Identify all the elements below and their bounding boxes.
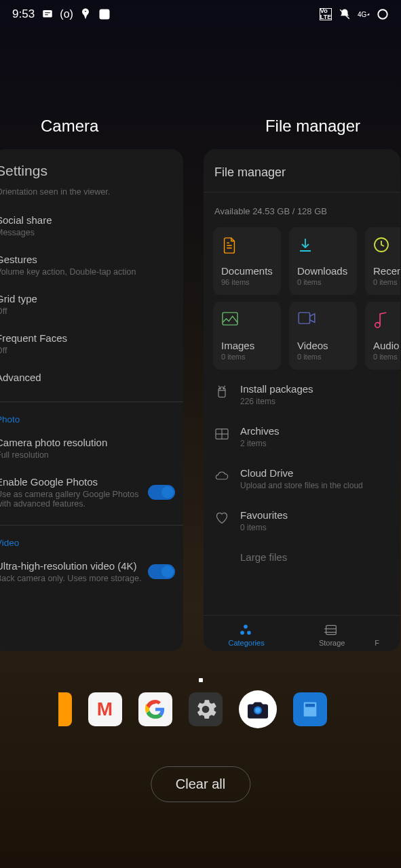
status-bar: 9:53 (o) VoLTE 4G	[0, 0, 401, 28]
fm-title: File manager	[204, 165, 400, 192]
svg-point-9	[223, 388, 224, 389]
setting-gestures[interactable]: Gestures Volume key action, Double-tap a…	[0, 245, 183, 285]
divider	[0, 401, 183, 402]
status-right: VoLTE 4G	[320, 8, 389, 20]
battery-icon	[377, 8, 389, 20]
video-icon	[297, 311, 315, 329]
svg-rect-16	[326, 625, 337, 634]
svg-point-20	[255, 708, 261, 713]
fm-storage-info: Available 24.53 GB / 128 GB	[204, 193, 400, 227]
fm-documents[interactable]: Documents 96 items	[213, 227, 281, 295]
image-icon	[221, 311, 239, 329]
document-icon	[221, 237, 239, 254]
clock-icon	[373, 237, 391, 254]
setting-uhd-video[interactable]: Ultra-high-resolution video (4K) Back ca…	[0, 552, 183, 591]
file-manager-app-label[interactable]: File manager	[265, 117, 360, 136]
svg-rect-5	[223, 313, 237, 325]
fm-category-grid-row1: Documents 96 items Downloads 0 items Rec…	[204, 227, 400, 295]
google-photos-toggle[interactable]	[148, 485, 175, 500]
dock-gmail[interactable]: M	[88, 692, 122, 726]
setting-google-photos[interactable]: Enable Google Photos Use as camera galle…	[0, 468, 183, 517]
audio-icon	[373, 311, 391, 329]
app-icon	[98, 8, 111, 20]
svg-rect-22	[305, 704, 315, 707]
mute-icon	[339, 8, 351, 20]
svg-point-15	[247, 631, 251, 635]
categories-icon	[239, 624, 254, 636]
camera-card[interactable]: Settings Orientation seen in the viewer.…	[0, 149, 183, 651]
photo-section-label: Photo	[0, 408, 183, 429]
fm-list: Install packages 226 items Archives 2 it…	[204, 370, 400, 577]
fm-recent[interactable]: Recent 0 items	[365, 227, 400, 295]
dock-calculator[interactable]	[293, 692, 327, 726]
dock-settings[interactable]	[189, 692, 223, 726]
dock-indicator	[199, 678, 203, 682]
download-icon	[297, 237, 315, 254]
fm-tab-extra[interactable]: F	[375, 624, 400, 647]
dock-google[interactable]	[138, 692, 172, 726]
fm-large-files[interactable]: Large files	[214, 542, 389, 577]
fm-cloud-drive[interactable]: Cloud Drive Upload and store files in th…	[214, 458, 389, 500]
fm-install-packages[interactable]: Install packages 226 items	[214, 374, 389, 416]
fm-downloads[interactable]: Downloads 0 items	[289, 227, 357, 295]
camera-app-label[interactable]: Camera	[41, 117, 98, 136]
setting-grid-type[interactable]: Grid type Off	[0, 285, 183, 324]
setting-frequent-faces[interactable]: Frequent Faces Off	[0, 324, 183, 363]
hotspot-icon: (o)	[60, 8, 73, 20]
fm-videos[interactable]: Videos 0 items	[289, 302, 357, 370]
heart-icon	[214, 511, 229, 526]
video-section-label: Video	[0, 531, 183, 552]
cloud-icon	[214, 469, 229, 484]
file-manager-card[interactable]: File manager Available 24.53 GB / 128 GB…	[204, 149, 400, 651]
settings-title: Settings	[0, 163, 183, 184]
fm-tab-categories[interactable]: Categories	[204, 624, 289, 647]
storage-icon	[324, 624, 339, 636]
recents-cards: Settings Orientation seen in the viewer.…	[0, 149, 401, 651]
svg-point-3	[378, 9, 387, 19]
fm-tab-storage[interactable]: Storage	[289, 624, 375, 647]
signal-icon: 4G	[358, 8, 370, 20]
fm-images[interactable]: Images 0 items	[213, 302, 281, 370]
orientation-hint: Orientation seen in the viewer.	[0, 184, 183, 206]
fm-category-grid-row2: Images 0 items Videos 0 items Audio 0 it…	[204, 302, 400, 370]
recents-app-labels: Camera File manager	[0, 117, 401, 136]
svg-point-14	[240, 631, 244, 635]
svg-rect-6	[299, 313, 309, 323]
status-left: 9:53 (o)	[12, 7, 111, 21]
uhd-toggle[interactable]	[148, 564, 175, 579]
dock-camera[interactable]	[239, 690, 277, 728]
svg-point-7	[375, 323, 380, 328]
fm-archives[interactable]: Archives 2 items	[214, 416, 389, 458]
svg-point-8	[220, 388, 221, 389]
svg-point-13	[244, 625, 248, 629]
dock: M	[0, 690, 401, 728]
svg-rect-1	[100, 9, 110, 20]
svg-rect-0	[43, 10, 52, 18]
large-files-icon	[214, 553, 229, 568]
dock-app-partial[interactable]	[58, 692, 72, 726]
archive-icon	[214, 427, 229, 441]
fm-favourites[interactable]: Favourites 0 items	[214, 500, 389, 542]
setting-advanced[interactable]: Advanced	[0, 363, 183, 393]
setting-photo-resolution[interactable]: Camera photo resolution Full resolution	[0, 429, 183, 468]
setting-social-share[interactable]: Social share Messages	[0, 206, 183, 245]
message-icon	[41, 8, 54, 20]
fm-bottom-tabs: Categories Storage F	[204, 615, 400, 651]
divider	[0, 525, 183, 526]
status-time: 9:53	[12, 7, 35, 21]
fm-audio[interactable]: Audio 0 items	[365, 302, 400, 370]
android-icon	[214, 384, 229, 399]
clear-all-button[interactable]: Clear all	[151, 766, 250, 802]
volte-icon: VoLTE	[320, 8, 332, 20]
swiggy-icon	[79, 8, 92, 20]
